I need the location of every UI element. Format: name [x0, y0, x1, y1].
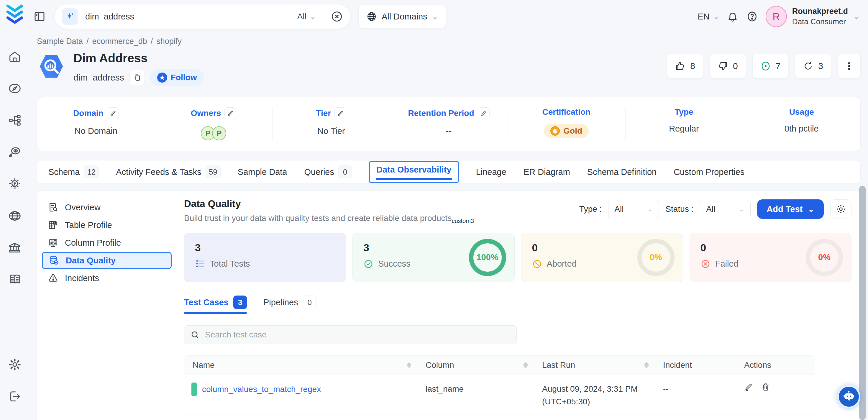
version-button[interactable]: 3 — [795, 54, 831, 79]
breadcrumb-link[interactable]: shopify — [156, 37, 182, 46]
dq-settings-button[interactable] — [830, 200, 851, 219]
nav-platform-button[interactable] — [7, 113, 22, 128]
page: All⌄ All Domains ⌄ EN⌄ R Rounakpreet.d D… — [0, 0, 868, 420]
table-row: table_column_count_between -- August 09,… — [184, 416, 815, 420]
column-header-incident: Incident — [655, 360, 736, 370]
breadcrumb: Sample Data/ecommerce_db/shopify — [37, 37, 861, 46]
tab-lineage[interactable]: Lineage — [476, 167, 506, 177]
status-filter-label: Status : — [665, 204, 693, 214]
chevron-down-icon: ⌄ — [310, 13, 316, 20]
breadcrumb-link[interactable]: Sample Data — [37, 37, 83, 46]
warning-triangle-icon — [48, 273, 58, 283]
upvote-button[interactable]: 8 — [667, 54, 703, 79]
sort-icon[interactable] — [644, 362, 649, 368]
tab-queries[interactable]: Queries0 — [304, 166, 352, 178]
chevron-down-icon: ⌄ — [647, 206, 653, 213]
column-header-name[interactable]: Name — [184, 360, 417, 370]
nav-glossary-button[interactable] — [7, 272, 22, 287]
test-case-search-input[interactable] — [205, 330, 510, 339]
edit-domain-button[interactable] — [107, 107, 119, 119]
panel-left-icon — [34, 10, 45, 22]
downvote-button[interactable]: 0 — [710, 54, 746, 79]
nav-observability-button[interactable] — [7, 145, 22, 159]
column-header-column[interactable]: Column — [417, 360, 534, 370]
nav-explore-button[interactable] — [7, 81, 22, 96]
global-search: All⌄ — [54, 4, 351, 29]
trash-icon — [761, 383, 770, 391]
chevron-down-icon: ⌄ — [739, 206, 744, 213]
tab-custom-properties[interactable]: Custom Properties — [674, 167, 744, 177]
owner-avatar[interactable]: P — [212, 126, 226, 140]
tab-sample-data[interactable]: Sample Data — [238, 167, 287, 177]
bigquery-service-icon — [37, 52, 66, 81]
summary-tier: Tier No Tier — [272, 106, 390, 142]
failed-percent-ring: 0% — [806, 239, 843, 276]
nav-settings-button[interactable] — [7, 357, 22, 372]
checklist-icon — [195, 259, 205, 269]
edit-retention-button[interactable] — [478, 107, 490, 119]
star-icon: ★ — [157, 72, 167, 83]
search-clear-button[interactable] — [330, 10, 343, 23]
subtab-test-cases[interactable]: Test Cases3 — [184, 291, 247, 314]
status-filter-select[interactable]: All⌄ — [700, 200, 751, 218]
menu-item-incidents[interactable]: Incidents — [42, 270, 172, 287]
domain-selector[interactable]: All Domains ⌄ — [358, 5, 446, 28]
tab-er-diagram[interactable]: ER Diagram — [524, 167, 570, 177]
edit-test-button[interactable] — [744, 383, 753, 391]
more-actions-button[interactable] — [838, 54, 861, 79]
breadcrumb-link[interactable]: ecommerce_db — [92, 37, 147, 46]
doc-search-icon — [48, 202, 58, 213]
pencil-icon — [110, 110, 117, 117]
menu-item-overview[interactable]: Overview — [42, 199, 172, 216]
nav-home-button[interactable] — [7, 49, 22, 64]
search-scope-dropdown[interactable]: All⌄ — [297, 12, 316, 21]
tab-activity-feeds[interactable]: Activity Feeds & Tasks59 — [116, 166, 220, 178]
menu-item-column-profile[interactable]: Column Profile — [42, 234, 172, 251]
nav-domains-button[interactable] — [7, 209, 22, 223]
dq-filters: Type : All⌄ Status : All⌄ Add Test⌄ — [579, 200, 851, 219]
add-test-button[interactable]: Add Test⌄ — [757, 200, 824, 219]
edit-owners-button[interactable] — [224, 107, 236, 119]
close-circle-icon — [330, 10, 343, 23]
search-input[interactable] — [85, 12, 290, 22]
follow-button[interactable]: ★ Follow — [150, 69, 204, 86]
menu-item-table-profile[interactable]: Table Profile — [42, 216, 172, 234]
tab-schema[interactable]: Schema12 — [49, 166, 99, 178]
nav-logout-button[interactable] — [7, 389, 22, 404]
subtab-pipelines[interactable]: Pipelines0 — [264, 291, 316, 314]
watch-button[interactable]: 7 — [752, 54, 789, 79]
help-button[interactable] — [746, 11, 758, 22]
sort-icon[interactable] — [407, 362, 411, 368]
language-selector[interactable]: EN⌄ — [698, 12, 719, 22]
home-icon — [8, 50, 22, 63]
logout-icon — [8, 390, 22, 403]
copy-name-button[interactable] — [129, 70, 145, 85]
chatbot-button[interactable] — [837, 385, 860, 408]
user-menu[interactable]: R Rounakpreet.d Data Consumer ⌄ — [766, 6, 859, 27]
test-case-link[interactable]: column_values_to_match_regex — [202, 385, 321, 394]
entity-fqn: dim_address — [73, 72, 124, 83]
book-icon — [8, 273, 22, 287]
nav-insights-button[interactable] — [7, 177, 22, 191]
notifications-button[interactable] — [727, 11, 739, 22]
nav-govern-button[interactable] — [7, 240, 22, 255]
pencil-icon — [480, 110, 487, 117]
tab-schema-definition[interactable]: Schema Definition — [587, 167, 656, 177]
globe-icon — [366, 11, 377, 22]
scrollbar-thumb[interactable] — [859, 186, 866, 420]
edit-tier-button[interactable] — [335, 107, 346, 119]
copy-icon — [133, 73, 141, 82]
medal-icon: ◉ — [550, 126, 560, 136]
test-case-search — [184, 325, 517, 344]
kebab-menu-icon — [844, 61, 855, 71]
sidebar-toggle-button[interactable] — [32, 9, 46, 24]
tab-data-observability[interactable]: Data Observability — [369, 161, 459, 183]
failed-icon — [701, 259, 711, 269]
menu-item-data-quality[interactable]: Data Quality — [42, 252, 172, 269]
type-filter-select[interactable]: All⌄ — [608, 200, 659, 218]
thumbs-down-icon — [718, 61, 728, 71]
sort-icon[interactable] — [523, 362, 528, 368]
column-header-last-run[interactable]: Last Run — [534, 360, 655, 370]
hierarchy-icon — [8, 114, 22, 127]
delete-test-button[interactable] — [761, 383, 770, 391]
